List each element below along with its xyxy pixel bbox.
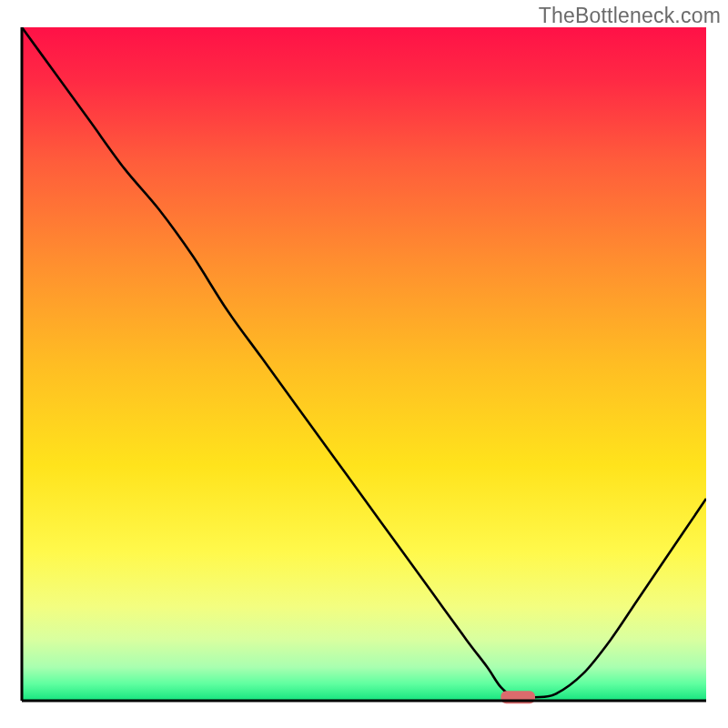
- chart-svg: [0, 0, 728, 728]
- chart-container: TheBottleneck.com: [0, 0, 728, 728]
- plot-background: [22, 27, 706, 701]
